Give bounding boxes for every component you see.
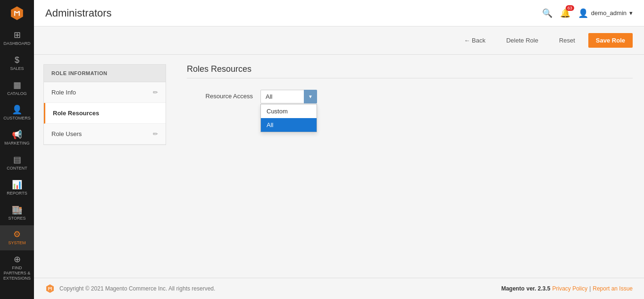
action-toolbar: ← Back Delete Role Reset Save Role <box>34 26 644 55</box>
dropdown-option-all[interactable]: All <box>261 118 317 132</box>
sidebar-item-dashboard[interactable]: ⊞ Dashboard <box>0 26 34 51</box>
notifications-badge: 63 <box>566 5 574 11</box>
footer-copyright: Copyright © 2021 Magento Commerce Inc. A… <box>59 285 215 292</box>
sidebar-item-sales[interactable]: $ Sales <box>0 51 34 76</box>
user-icon: 👤 <box>578 8 588 18</box>
resource-access-dropdown: Custom All <box>260 104 317 132</box>
delete-role-button[interactable]: Delete Role <box>499 33 546 48</box>
resource-access-control: All Custom Custom All <box>260 90 317 103</box>
nav-item-role-info[interactable]: Role Info ✏ <box>44 82 166 103</box>
user-name: demo_admin <box>591 9 627 17</box>
marketing-icon: 📢 <box>12 130 22 139</box>
sidebar-item-label: Sales <box>10 66 24 71</box>
sidebar-item-label: Marketing <box>4 141 30 146</box>
save-role-button[interactable]: Save Role <box>588 33 633 48</box>
resource-access-row: Resource Access All Custom Custom All <box>187 90 633 103</box>
notifications-button[interactable]: 🔔 63 <box>560 8 570 18</box>
customers-icon: 👤 <box>12 105 22 114</box>
dashboard-icon: ⊞ <box>14 31 21 39</box>
sidebar-item-reports[interactable]: 📊 Reports <box>0 176 34 201</box>
catalog-icon: ▦ <box>13 81 21 89</box>
search-icon[interactable]: 🔍 <box>542 8 552 18</box>
panel-header: Role Information <box>44 65 166 82</box>
nav-item-role-resources[interactable]: Role Resources <box>44 103 166 124</box>
system-icon: ⚙ <box>13 230 21 239</box>
extensions-icon: ⊕ <box>14 255 21 264</box>
role-info-card: Role Information Role Info ✏ Role Resour… <box>43 64 166 145</box>
user-menu[interactable]: 👤 demo_admin ▾ <box>578 8 633 18</box>
sidebar-item-extensions[interactable]: ⊕ Find Partners & Extensions <box>0 250 34 285</box>
header-actions: 🔍 🔔 63 👤 demo_admin ▾ <box>542 8 633 18</box>
edit-icon-users: ✏ <box>153 130 158 137</box>
page-footer: Copyright © 2021 Magento Commerce Inc. A… <box>34 278 644 299</box>
right-panel: Roles Resources Resource Access All Cust… <box>176 55 644 278</box>
content-icon: ▤ <box>13 155 21 164</box>
reset-button[interactable]: Reset <box>552 33 583 48</box>
stores-icon: 🏬 <box>12 205 22 214</box>
footer-version: ver. 2.3.5 <box>527 285 551 292</box>
footer-magento-label: Magento <box>501 285 524 292</box>
resource-access-label: Resource Access <box>187 90 253 100</box>
section-title: Roles Resources <box>187 64 633 74</box>
sidebar-item-customers[interactable]: 👤 Customers <box>0 101 34 126</box>
sidebar-item-label: Stores <box>8 216 26 221</box>
edit-icon: ✏ <box>153 89 158 96</box>
resource-access-select[interactable]: All Custom <box>260 90 317 103</box>
sidebar-item-content[interactable]: ▤ Content <box>0 151 34 176</box>
main-content: Administrators 🔍 🔔 63 👤 demo_admin ▾ ← B… <box>34 0 644 299</box>
sidebar-logo <box>0 0 34 26</box>
footer-right: Magento ver. 2.3.5 Privacy Policy | Repo… <box>501 285 633 292</box>
footer-left: Copyright © 2021 Magento Commerce Inc. A… <box>45 284 215 293</box>
privacy-policy-link[interactable]: Privacy Policy <box>552 285 587 292</box>
sidebar-item-label: Find Partners & Extensions <box>2 265 32 281</box>
sidebar-item-system[interactable]: ⚙ System <box>0 225 34 250</box>
back-button[interactable]: ← Back <box>456 33 493 48</box>
page-header: Administrators 🔍 🔔 63 👤 demo_admin ▾ <box>34 0 644 26</box>
sales-icon: $ <box>15 56 19 64</box>
footer-separator: | <box>589 285 591 292</box>
resource-access-select-wrapper[interactable]: All Custom <box>260 90 317 103</box>
sidebar-item-label: System <box>8 240 25 246</box>
footer-logo-icon <box>45 284 55 293</box>
page-body: Role Information Role Info ✏ Role Resour… <box>34 55 644 278</box>
sidebar-item-catalog[interactable]: ▦ Catalog <box>0 76 34 101</box>
user-menu-arrow: ▾ <box>629 9 633 17</box>
report-issue-link[interactable]: Report an Issue <box>593 285 633 292</box>
left-panel: Role Information Role Info ✏ Role Resour… <box>34 55 176 278</box>
section-divider <box>187 78 633 78</box>
page-title: Administrators <box>45 7 112 19</box>
dropdown-option-custom[interactable]: Custom <box>261 104 317 118</box>
nav-item-role-users[interactable]: Role Users ✏ <box>44 124 166 145</box>
reports-icon: 📊 <box>12 180 22 189</box>
sidebar-item-stores[interactable]: 🏬 Stores <box>0 201 34 226</box>
sidebar-item-label: Customers <box>3 116 30 121</box>
sidebar-item-label: Dashboard <box>3 41 30 46</box>
sidebar-item-marketing[interactable]: 📢 Marketing <box>0 126 34 151</box>
sidebar: ⊞ Dashboard $ Sales ▦ Catalog 👤 Customer… <box>0 0 34 299</box>
sidebar-item-label: Reports <box>7 191 27 196</box>
sidebar-item-label: Content <box>7 166 27 171</box>
sidebar-item-label: Catalog <box>7 91 27 96</box>
